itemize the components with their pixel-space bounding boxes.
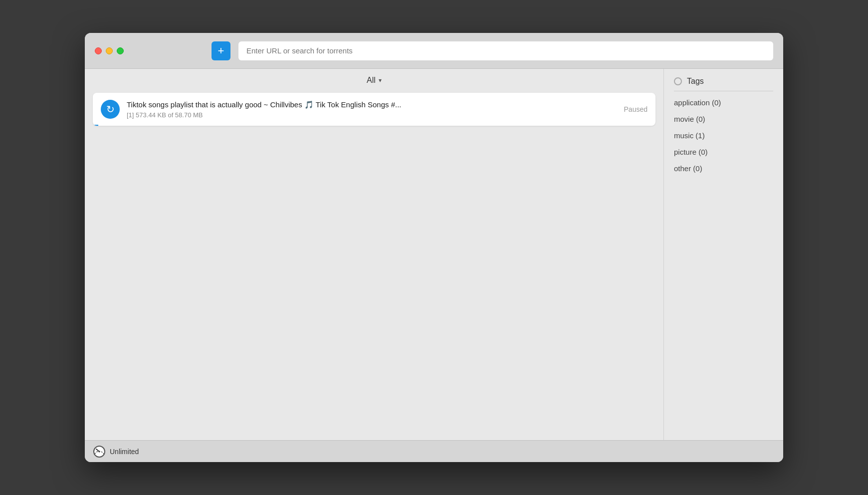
tag-item-application[interactable]: application (0) [674,97,773,108]
main-content: All ▾ ↻ Tiktok songs playlist that is ac… [85,69,783,440]
titlebar: + [85,33,783,69]
torrent-index: [1] [127,111,134,119]
tags-title: Tags [687,77,704,86]
filter-bar: All ▾ [85,69,663,90]
status-bar: Unlimited [85,440,783,462]
search-input[interactable] [238,41,773,60]
torrent-meta: [1] 573.44 KB of 58.70 MB [127,111,617,119]
torrent-info: Tiktok songs playlist that is actually g… [127,100,617,119]
tag-item-movie[interactable]: movie (0) [674,114,773,124]
torrent-icon: ↻ [101,100,120,119]
torrent-status: Paused [624,105,648,113]
speed-text: Unlimited [110,448,139,456]
add-torrent-button[interactable]: + [212,41,230,60]
torrent-item[interactable]: ↻ Tiktok songs playlist that is actually… [93,93,655,126]
speed-icon [93,445,106,458]
tag-item-picture[interactable]: picture (0) [674,147,773,157]
tags-radio[interactable] [674,77,682,85]
tag-item-other[interactable]: other (0) [674,163,773,174]
tags-header: Tags [674,77,773,91]
torrent-list: ↻ Tiktok songs playlist that is actually… [85,90,663,440]
close-button[interactable] [95,47,102,54]
maximize-button[interactable] [117,47,124,54]
minimize-button[interactable] [106,47,113,54]
filter-dropdown[interactable]: All ▾ [367,76,382,85]
chevron-down-icon: ▾ [379,77,382,84]
torrent-name: Tiktok songs playlist that is actually g… [127,100,617,109]
torrent-size: 573.44 KB of 58.70 MB [136,111,203,119]
torrent-progress-bar [93,125,98,126]
traffic-lights [95,47,124,54]
right-panel: Tags application (0) movie (0) music (1)… [663,69,783,440]
refresh-icon: ↻ [106,103,115,115]
left-panel: All ▾ ↻ Tiktok songs playlist that is ac… [85,69,663,440]
tag-item-music[interactable]: music (1) [674,130,773,141]
filter-label: All [367,76,376,85]
app-window: + All ▾ ↻ Tiktok songs play [85,33,783,462]
